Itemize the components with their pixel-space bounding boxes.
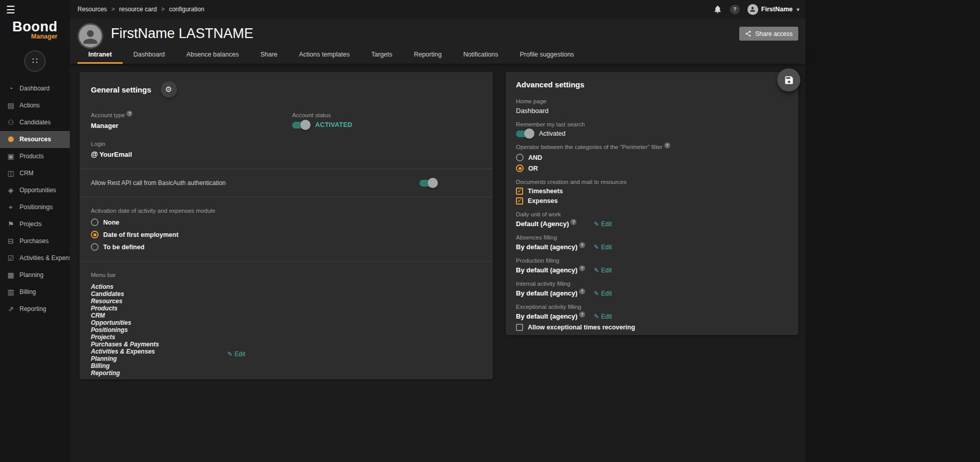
check-icon: ✓ [517, 189, 522, 194]
sidebar-item-resources[interactable]: ⚉ Resources [0, 131, 70, 148]
help-badge-icon[interactable]: ? [126, 110, 132, 117]
advanced-settings-title: Advanced settings [516, 80, 788, 89]
tab-intranet[interactable]: Intranet [78, 48, 123, 64]
menu-bar-edit-link[interactable]: ✎ Edit [227, 350, 245, 358]
tab-share[interactable]: Share [249, 48, 288, 64]
sidebar-item-label: Products [20, 153, 44, 160]
general-settings-title: General settings [91, 85, 151, 94]
sidebar-item-reporting[interactable]: ⇗ Reporting [0, 301, 70, 318]
checkbox-option-expenses[interactable]: ✓ Expenses [516, 197, 788, 205]
checkbox-option-timesheets[interactable]: ✓ Timesheets [516, 188, 788, 195]
sidebar-item-candidates[interactable]: ⚇ Candidates [0, 114, 70, 131]
menu-bar-item: Purchases & Payments [91, 341, 482, 348]
person-icon [80, 27, 101, 47]
user-menu[interactable]: FirstName ▾ [747, 4, 799, 15]
remember-search-value: Activated [539, 130, 565, 137]
radio-option-to-be-defined[interactable]: To be defined [91, 243, 482, 251]
account-status-value: ACTIVATED [315, 121, 352, 128]
sidebar-item-projects[interactable]: ⚑ Projects [0, 216, 70, 233]
at-icon: @ [91, 150, 98, 158]
daily-unit-of-work-edit-link[interactable]: ✎ Edit [594, 220, 612, 228]
help-badge-icon[interactable]: ? [579, 288, 585, 294]
account-type-label: Account type [91, 112, 125, 118]
divider [80, 169, 493, 169]
tab-absence-balances[interactable]: Absence balances [176, 48, 249, 64]
apps-grid-button[interactable]: ∷ [24, 50, 46, 72]
divider [80, 261, 493, 262]
notifications-bell-button[interactable] [713, 5, 722, 14]
help-badge-icon[interactable]: ? [579, 265, 585, 271]
sidebar-item-products[interactable]: ▣ Products [0, 148, 70, 165]
remember-search-toggle[interactable] [516, 131, 533, 137]
menu-bar-item: Candidates [91, 290, 482, 298]
home-page-value: Dashboard [516, 107, 788, 115]
sidebar-item-billing[interactable]: ▥ Billing [0, 284, 70, 301]
radio-option-or[interactable]: OR [516, 164, 788, 172]
exceptional-activity-filling-label: Exceptional activity filling [516, 304, 788, 310]
sidebar-item-label: Candidates [20, 119, 51, 126]
topbar: Resources > resource card > configuratio… [70, 0, 805, 19]
exceptional-activity-filling-edit-link[interactable]: ✎ Edit [594, 313, 612, 320]
breadcrumb: Resources > resource card > configuratio… [78, 6, 204, 13]
share-access-button[interactable]: Share access [739, 27, 798, 41]
profile-tabs: Intranet Dashboard Absence balances Shar… [70, 49, 805, 64]
internal-activity-filling-edit-link[interactable]: ✎ Edit [594, 290, 612, 297]
help-badge-icon[interactable]: ? [579, 311, 585, 318]
exceptional-activity-filling-row: Exceptional activity filling By default … [516, 304, 788, 331]
radio-selected-icon [516, 164, 524, 172]
tab-actions-templates[interactable]: Actions templates [289, 48, 361, 64]
tab-notifications[interactable]: Notifications [452, 48, 509, 64]
help-button[interactable]: ? [730, 5, 740, 14]
sidebar-item-dashboard[interactable]: ◔ Dashboard [0, 80, 70, 97]
production-filling-row: Production filling By default (agency)? … [516, 257, 788, 274]
internal-activity-filling-row: Internal activity filling By default (ag… [516, 281, 788, 297]
checkbox-option-allow-exceptional-times-recovering[interactable]: Allow exceptional times recovering [516, 324, 788, 331]
menu-bar-label: Menu bar [91, 272, 482, 278]
rest-api-toggle[interactable] [419, 180, 436, 187]
tab-reporting[interactable]: Reporting [403, 48, 452, 64]
tab-dashboard[interactable]: Dashboard [123, 48, 176, 64]
production-filling-edit-link[interactable]: ✎ Edit [594, 267, 612, 274]
perimeter-operator-group: Operator between the categories of the "… [516, 144, 788, 172]
breadcrumb-resources[interactable]: Resources [78, 6, 107, 13]
breadcrumb-configuration[interactable]: configuration [169, 6, 204, 13]
breadcrumb-resource-card[interactable]: resource card [119, 6, 157, 13]
topbar-actions: ? FirstName ▾ [713, 4, 799, 15]
help-badge-icon[interactable]: ? [664, 142, 670, 149]
sidebar-item-opportunities[interactable]: ◈ Opportunities [0, 182, 70, 199]
account-status-toggle[interactable] [292, 122, 309, 128]
account-type-value: Manager [91, 122, 292, 130]
sidebar-item-positionings[interactable]: ⌖ Positionings [0, 199, 70, 216]
remember-search-field: Remember my last search Activated [516, 121, 788, 137]
sidebar-item-label: Positionings [20, 204, 53, 211]
activation-date-group: Activation date of activity and expenses… [91, 208, 482, 251]
help-badge-icon[interactable]: ? [579, 242, 585, 248]
user-name: FirstName [761, 6, 793, 13]
radio-option-date-of-first-employment[interactable]: Date of first employment [91, 231, 482, 238]
radio-label: None [103, 219, 119, 226]
check-icon: ✓ [517, 198, 522, 204]
radio-option-and[interactable]: AND [516, 154, 788, 161]
user-avatar [747, 4, 758, 15]
menu-bar-item: Reporting [91, 369, 482, 377]
radio-option-none[interactable]: None [91, 218, 482, 226]
help-badge-icon[interactable]: ? [570, 219, 577, 225]
save-button[interactable] [777, 68, 800, 91]
checkbox-label: Timesheets [528, 188, 563, 195]
sidebar-item-activities-expenses[interactable]: ☑ Activities & Expenses [0, 250, 70, 267]
sidebar-item-crm[interactable]: ◫ CRM [0, 165, 70, 182]
sidebar-item-planning[interactable]: ▦ Planning [0, 267, 70, 284]
checkbox-label: Allow exceptional times recovering [528, 324, 635, 331]
activities-expenses-icon: ☑ [7, 254, 15, 262]
menu-bar-item: Resources [91, 298, 482, 305]
home-page-label: Home page [516, 98, 788, 104]
tab-targets[interactable]: Targets [360, 48, 403, 64]
tab-profile-suggestions[interactable]: Profile suggestions [509, 48, 585, 64]
general-settings-gear-button[interactable]: ⚙ [161, 81, 177, 98]
sidebar-item-actions[interactable]: ▤ Actions [0, 97, 70, 114]
absences-filling-edit-link[interactable]: ✎ Edit [594, 244, 612, 251]
pencil-icon: ✎ [594, 220, 599, 228]
hamburger-menu-icon[interactable]: ☰ [0, 0, 23, 17]
edit-label: Edit [601, 267, 612, 274]
sidebar-item-purchases[interactable]: ⊟ Purchases [0, 233, 70, 250]
